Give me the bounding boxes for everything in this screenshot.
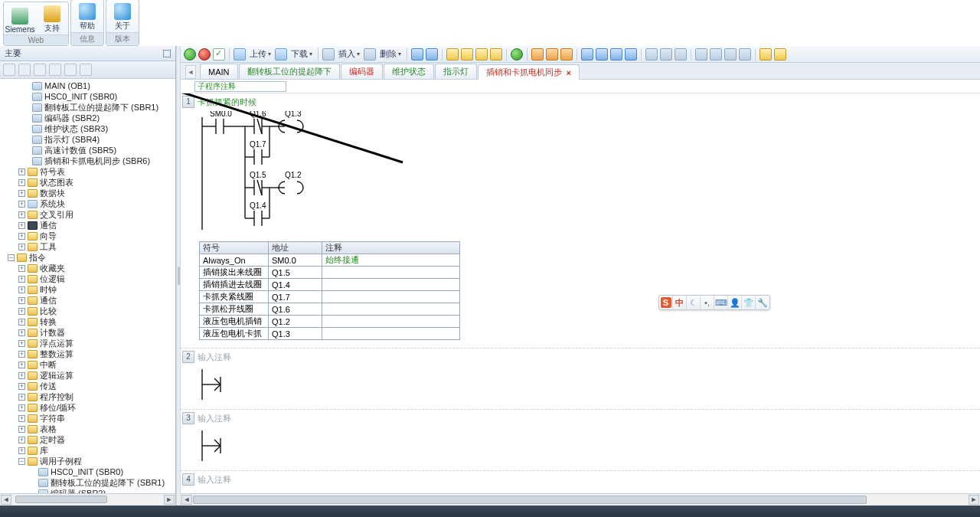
scroll-left-icon[interactable]: ◄ xyxy=(1,495,11,505)
tb-e1[interactable] xyxy=(760,48,772,61)
tree-item[interactable]: 比较 xyxy=(40,306,57,316)
ime-person-icon[interactable]: 👤 xyxy=(730,298,740,308)
ime-lang-icon[interactable]: 中 xyxy=(675,297,684,309)
tree-item[interactable]: 定时器 xyxy=(40,434,65,445)
tb-l2[interactable] xyxy=(596,48,608,61)
insert-button[interactable]: 插入▾ xyxy=(337,48,361,60)
scroll-thumb[interactable] xyxy=(193,496,867,504)
tree-item[interactable]: 程序控制 xyxy=(40,391,74,402)
proj-tb-3[interactable] xyxy=(34,64,46,76)
tree-item[interactable]: 翻转板工位的提起降下 (SBR1) xyxy=(51,477,165,488)
tree-item[interactable]: 计数器 xyxy=(40,327,65,338)
tree-item[interactable]: 符号表 xyxy=(40,166,65,177)
tab-0[interactable]: MAIN xyxy=(200,64,238,79)
compile-icon[interactable] xyxy=(213,48,225,61)
tree-item[interactable]: 表格 xyxy=(40,424,57,434)
tb-y3[interactable] xyxy=(475,48,488,61)
tb-l3[interactable] xyxy=(610,48,622,61)
tree-item[interactable]: 通信 xyxy=(40,295,57,306)
scroll-right-icon[interactable]: ► xyxy=(164,495,175,505)
project-tree[interactable]: MAIN (OB1)HSC0_INIT (SBR0)翻转板工位的提起降下 (SB… xyxy=(0,79,175,493)
tree-item[interactable]: 工具 xyxy=(40,241,57,252)
tb-m3[interactable] xyxy=(724,48,737,61)
scroll-left-icon[interactable]: ◄ xyxy=(181,495,192,505)
tb-b1[interactable] xyxy=(411,48,423,61)
upload-arrow-icon[interactable] xyxy=(234,48,246,61)
tb-l1[interactable] xyxy=(581,48,593,61)
tab-2[interactable]: 编码器 xyxy=(341,64,383,79)
tree-item[interactable]: 翻转板工位的提起降下 (SBR1) xyxy=(44,102,158,113)
tree-item[interactable]: MAIN (OB1) xyxy=(44,80,90,91)
tree-item[interactable]: 状态图表 xyxy=(40,177,74,188)
tb-box[interactable] xyxy=(675,48,687,61)
tb-e2[interactable] xyxy=(774,48,786,61)
ime-keyboard-icon[interactable]: ⌨ xyxy=(715,298,727,308)
tree-item[interactable]: 指示灯 (SBR4) xyxy=(44,134,100,145)
ribbon-help[interactable]: 帮助 xyxy=(71,0,103,32)
tb-m1[interactable] xyxy=(695,48,707,61)
net-title-placeholder[interactable]: 输入注释 xyxy=(198,473,231,486)
scroll-right-icon[interactable]: ► xyxy=(969,495,979,505)
tree-item[interactable]: 交叉引用 xyxy=(40,209,74,220)
pin-icon[interactable] xyxy=(163,50,171,57)
tree-item[interactable]: 浮点运算 xyxy=(40,338,74,348)
editor-body[interactable]: 1 卡抓抓紧的时候 SM0.0 Q1. xyxy=(181,93,980,493)
delete-icon[interactable] xyxy=(364,48,376,61)
tab-nav-left[interactable]: ◄ xyxy=(185,65,196,79)
table-row[interactable]: Always_OnSM0.0始终接通 xyxy=(200,254,460,267)
tree-item[interactable]: 系统块 xyxy=(40,198,65,209)
tb-coil[interactable] xyxy=(660,48,672,61)
table-row[interactable]: 插销插进去线圈Q1.4 xyxy=(200,279,460,291)
tree-item[interactable]: 整数运算 xyxy=(40,348,74,359)
ribbon-support[interactable]: 支持 xyxy=(36,2,68,34)
ime-toolbar[interactable]: S 中 ☾ •, ⌨ 👤 👕 🔧 xyxy=(658,295,770,310)
tree-item[interactable]: HSC0_INIT (SBR0) xyxy=(51,466,123,477)
insert-icon[interactable] xyxy=(322,48,335,61)
tb-y2[interactable] xyxy=(461,48,473,61)
ime-moon-icon[interactable]: ☾ xyxy=(690,298,697,308)
tb-o3[interactable] xyxy=(560,48,573,61)
tab-close-icon[interactable]: × xyxy=(567,68,571,77)
tree-call-root[interactable]: 调用子例程 xyxy=(40,456,82,466)
tree-item[interactable]: 编码器 (SBR2) xyxy=(51,488,106,493)
ribbon-siemens[interactable]: Siemens xyxy=(4,2,36,34)
tb-o2[interactable] xyxy=(546,48,558,61)
proj-tb-1[interactable] xyxy=(3,64,15,76)
tb-y1[interactable] xyxy=(446,48,459,61)
run-icon[interactable] xyxy=(184,48,196,61)
tree-item[interactable]: 中断 xyxy=(40,359,57,370)
editor-hscroll[interactable]: ◄ ► xyxy=(181,493,980,506)
download-arrow-icon[interactable] xyxy=(275,48,287,61)
tree-item[interactable]: 时钟 xyxy=(40,284,57,295)
ime-punct-icon[interactable]: •, xyxy=(704,298,710,307)
table-row[interactable]: 卡抓松开线圈Q1.6 xyxy=(200,303,460,316)
tb-b2[interactable] xyxy=(426,48,438,61)
tree-item[interactable]: 字符串 xyxy=(40,413,65,424)
table-row[interactable]: 卡抓夹紧线圈Q1.7 xyxy=(200,291,460,303)
proj-tb-4[interactable] xyxy=(49,64,61,76)
stop-icon[interactable] xyxy=(198,48,211,61)
tree-item[interactable]: 库 xyxy=(40,445,48,456)
tree-item[interactable]: 通信 xyxy=(40,220,57,231)
tb-m2[interactable] xyxy=(710,48,722,61)
proj-tb-5[interactable] xyxy=(64,64,77,76)
upload-button[interactable]: 上传▾ xyxy=(248,48,273,60)
tree-item[interactable]: 移位/循环 xyxy=(40,402,76,413)
tb-go[interactable] xyxy=(511,48,523,61)
tree-item[interactable]: 高速计数值 (SBR5) xyxy=(44,145,116,155)
net-title[interactable]: 卡抓抓紧的时候 xyxy=(198,96,256,108)
ime-logo-icon[interactable]: S xyxy=(661,297,671,308)
tree-item[interactable]: 数据块 xyxy=(40,188,65,198)
tree-item[interactable]: 向导 xyxy=(40,231,57,241)
tb-l4[interactable] xyxy=(625,48,637,61)
download-button[interactable]: 下载▾ xyxy=(289,48,314,60)
tree-item[interactable]: 插销和卡抓电机同步 (SBR6) xyxy=(44,155,150,166)
tab-3[interactable]: 维护状态 xyxy=(384,64,434,79)
ime-skin-icon[interactable]: 👕 xyxy=(743,298,754,308)
tree-item[interactable]: 收藏夹 xyxy=(40,263,65,273)
ribbon-about[interactable]: 关于 xyxy=(106,0,139,32)
proj-tb-2[interactable] xyxy=(18,64,31,76)
tb-contact[interactable] xyxy=(645,48,658,61)
ime-settings-icon[interactable]: 🔧 xyxy=(757,298,768,308)
net-title-placeholder[interactable]: 输入注释 xyxy=(198,412,231,424)
